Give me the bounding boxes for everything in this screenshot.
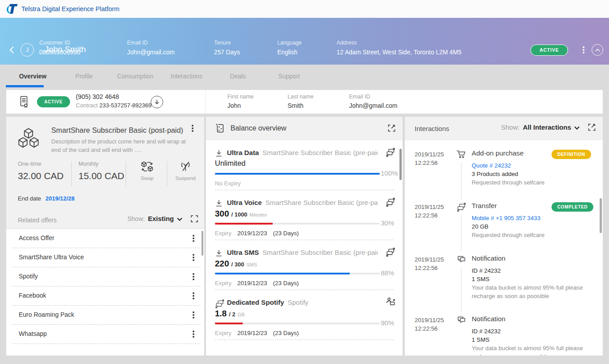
balance-amount-row: Unlimited	[215, 159, 250, 168]
chat-icon	[457, 315, 466, 324]
swap-label: Swap	[128, 176, 166, 181]
interaction-date: 2019/11/25	[415, 150, 453, 159]
field: Email IDJohn@gmail.com	[127, 40, 175, 56]
expiry-label: Expiry	[215, 230, 231, 237]
related-offer-row[interactable]: Facebook	[12, 286, 201, 306]
field: Email IDJohn@gmail.com	[349, 94, 397, 109]
tab-support[interactable]: Support	[263, 65, 315, 90]
balance-amount-row: 220 / 300 SMS	[215, 259, 257, 269]
interactions-expand-button[interactable]	[588, 123, 596, 131]
header-kebab-menu[interactable]	[581, 45, 586, 54]
related-offers-filter-dropdown[interactable]: Show: Existing	[128, 215, 198, 222]
offer-kebab-menu[interactable]	[193, 295, 194, 297]
balance-item: Dedicated Spotify Spotify 1.8 / 2 GB 90%…	[206, 290, 403, 340]
suspend-button[interactable]: Suspend	[167, 160, 204, 181]
tab-consumption[interactable]: Consumption	[110, 65, 161, 90]
balance-expand-button[interactable]	[388, 124, 395, 132]
related-offers-header: Related offers Show: Existing	[6, 211, 204, 229]
interaction-lines: ID # 242321 SMSYour data bucket is almos…	[472, 327, 598, 356]
interaction-link[interactable]: Mobile # +1 905 357 3433	[472, 214, 598, 222]
transfer-icon	[457, 202, 466, 212]
progress-track	[215, 323, 380, 324]
end-date-label: End date	[18, 195, 41, 202]
interaction-content: Notification ID # 242321 SMSYour data bu…	[472, 254, 598, 300]
transfer-icon[interactable]	[386, 147, 395, 157]
interaction-title: Notification	[472, 315, 598, 323]
related-offer-row[interactable]: Euro Roaming Pack	[12, 306, 201, 325]
balance-list: Ultra Data SmartShare Subscriber Basic (…	[206, 140, 403, 356]
expiry-label: Expiry	[215, 330, 231, 336]
swap-button[interactable]: Swap	[128, 160, 166, 181]
download-icon	[215, 249, 223, 258]
related-offer-row[interactable]: Whatsapp	[12, 325, 201, 344]
balance-unit: GB	[238, 312, 245, 317]
interaction-entry: 2019/11/25 12:22:56 Notification ID # 24…	[405, 254, 603, 300]
interactions-filter-dropdown[interactable]: Show: All Interactions	[501, 123, 596, 131]
interaction-link[interactable]: Quote # 24232	[472, 161, 598, 170]
expiry-row: Expiry2019/12/23(23 Days)	[215, 330, 299, 336]
tab-interactions[interactable]: Interactions	[161, 65, 212, 90]
tab-deals[interactable]: Deals	[212, 65, 263, 90]
interaction-line: 1 SMS	[472, 335, 598, 344]
offer-kebab-menu[interactable]	[193, 333, 194, 335]
balance-title-row: Ultra Data SmartShare Subscriber Basic (…	[227, 149, 378, 156]
offers-scrollbar[interactable]	[202, 231, 203, 256]
end-date-value: 2019/12/28	[45, 195, 74, 202]
field-value: John@gmail.com	[127, 49, 175, 56]
suspend-icon	[179, 160, 192, 173]
related-offer-row[interactable]: Spotify	[12, 267, 201, 286]
product-title: SmartShare Subscriber Basic (post-paid)	[51, 126, 183, 135]
divider	[126, 161, 126, 186]
related-offers-expand-button[interactable]	[191, 215, 198, 222]
progress-fill	[215, 273, 350, 274]
field: Tenure257 Days	[214, 40, 240, 56]
transfer-icon[interactable]	[386, 197, 395, 207]
field-value: English	[277, 49, 302, 56]
interaction-line: Your data bucket is almost 95% full plea…	[472, 344, 598, 356]
progress-fill	[215, 223, 273, 225]
balance-title: Balance overview	[230, 124, 286, 132]
interaction-entry: 2019/11/25 12:22:56 COMPLETED Transfer M…	[405, 202, 603, 240]
interaction-line: Requested through selfcare	[472, 178, 598, 187]
offer-kebab-menu[interactable]	[193, 314, 194, 316]
interactions-list: 2019/11/25 12:22:56 DEFINITION Add-on pu…	[405, 140, 603, 356]
related-offer-row[interactable]: Access Offer	[12, 229, 201, 248]
related-offer-row[interactable]: SmartShare Ultra Voice	[12, 248, 201, 267]
interaction-title: Notification	[472, 254, 598, 262]
person-card-icon[interactable]	[385, 297, 395, 307]
expiry-row: Expiry2019/12/23(23 Days)	[215, 280, 299, 286]
contract-expand-button[interactable]	[151, 96, 163, 108]
contract-phone: (905) 302 4648	[76, 93, 119, 100]
collapse-header-button[interactable]	[592, 44, 603, 56]
offer-kebab-menu[interactable]	[193, 237, 194, 239]
back-button[interactable]	[9, 46, 14, 53]
monthly-price: Monthly 15.00 CAD	[78, 159, 124, 181]
interaction-status-badge: DEFINITION	[551, 150, 591, 159]
balance-amount: 300	[215, 209, 229, 219]
interactions-scrollbar[interactable]	[600, 198, 602, 233]
balance-unit: Minutes	[250, 212, 267, 217]
interaction-line: 3 Products added	[472, 170, 598, 178]
offer-kebab-menu[interactable]	[193, 276, 194, 278]
field: Customer ID080989800990	[39, 40, 80, 56]
avatar: J	[21, 43, 34, 57]
transfer-icon[interactable]	[386, 247, 395, 257]
interaction-date: 2019/11/25	[415, 316, 453, 324]
chevron-down-icon	[574, 126, 580, 130]
expand-arrow-icon	[388, 124, 395, 132]
product-card: SmartShare Subscriber Basic (post-paid) …	[6, 117, 204, 356]
product-kebab-menu[interactable]	[192, 127, 193, 129]
interaction-lines: Mobile # +1 905 357 343320 GBRequested t…	[472, 214, 598, 239]
product-description: Description of the product come here and…	[51, 138, 194, 154]
interaction-line: 1 SMS	[472, 275, 598, 283]
balance-amount: 220	[215, 259, 229, 269]
interaction-time: 12:22:56	[415, 159, 453, 167]
offer-kebab-menu[interactable]	[193, 257, 194, 258]
field-value: 080989800990	[39, 49, 80, 56]
swap-icon	[140, 160, 155, 173]
tab-profile[interactable]: Profile	[58, 65, 110, 90]
field-label: Tenure	[214, 40, 240, 46]
balance-scrollbar[interactable]	[399, 149, 402, 180]
balance-unit: SMS	[247, 262, 257, 267]
tab-overview[interactable]: Overview	[7, 65, 58, 90]
